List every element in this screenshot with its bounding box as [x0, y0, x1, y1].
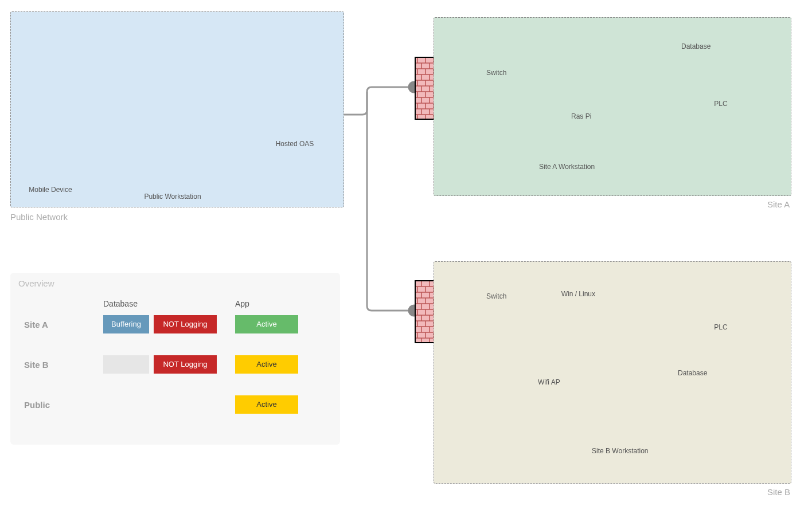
overview-title: Overview — [18, 278, 54, 288]
switch-b-label: Switch — [486, 292, 515, 300]
pill-sitea-db2: NOT Logging — [154, 315, 217, 333]
overview-panel: Overview Database App Site A Buffering N… — [10, 273, 340, 445]
zone-site-a-label: Site A — [767, 199, 790, 209]
plc-b-label: PLC — [706, 323, 735, 331]
zone-public-label: Public Network — [10, 212, 68, 222]
overview-row-sitea: Site A — [24, 320, 48, 329]
ws-b-label: Site B Workstation — [592, 447, 678, 455]
overview-col-db: Database — [103, 299, 138, 308]
pill-siteb-db2: NOT Logging — [154, 355, 217, 374]
db-a-label: Database — [681, 42, 727, 50]
zone-public — [10, 11, 344, 207]
overview-col-app: App — [235, 299, 249, 308]
pill-sitea-app: Active — [235, 315, 298, 333]
server-b-label: Win / Linux — [549, 290, 595, 298]
ws-a-label: Site A Workstation — [539, 163, 625, 171]
plc-a-label: PLC — [706, 100, 735, 108]
mobile-label: Mobile Device — [28, 186, 73, 194]
switch-a-label: Switch — [486, 69, 515, 77]
overview-row-siteb: Site B — [24, 360, 49, 370]
pill-public-app: Active — [235, 395, 298, 414]
raspi-label: Ras Pi — [571, 112, 606, 120]
overview-row-public: Public — [24, 400, 50, 410]
db-b-label: Database — [678, 369, 724, 377]
pill-sitea-db1: Buffering — [103, 315, 149, 333]
zone-site-b-label: Site B — [767, 487, 790, 497]
pill-siteb-app: Active — [235, 355, 298, 374]
public-ws-label: Public Workstation — [135, 193, 210, 201]
wifi-label: Wifi AP — [538, 378, 572, 386]
pill-siteb-db1: . — [103, 355, 149, 374]
hosted-oas-label: Hosted OAS — [272, 140, 318, 148]
